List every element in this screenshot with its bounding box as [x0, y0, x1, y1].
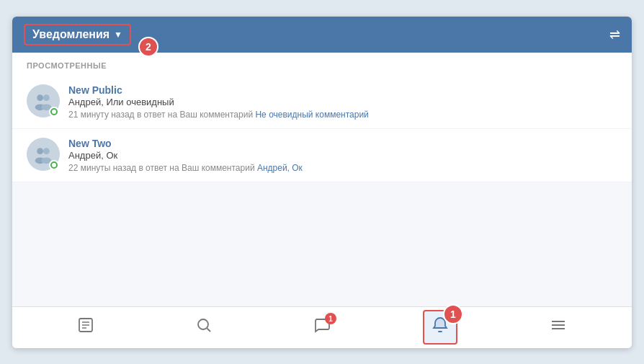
svg-point-5	[43, 148, 50, 154]
news-icon	[77, 316, 94, 338]
notifications-dropdown-button[interactable]: Уведомления ▼	[24, 24, 131, 45]
nav-item-messages[interactable]: 1	[305, 310, 339, 345]
header-title: Уведомления	[32, 28, 109, 41]
svg-point-12	[198, 319, 208, 329]
notification-meta-link[interactable]: Андрей, Ок	[257, 163, 303, 173]
notification-meta: 21 минуту назад в ответ на Ваш комментар…	[68, 110, 617, 120]
notification-meta: 22 минуты назад в ответ на Ваш комментар…	[68, 163, 617, 173]
nav-item-news[interactable]	[68, 310, 103, 345]
avatar-wrapper	[27, 138, 60, 171]
notification-item[interactable]: New Two Андрей, Ок 22 минуты назад в отв…	[12, 129, 632, 182]
search-icon	[195, 316, 213, 338]
notification-source-name[interactable]: New Two	[68, 138, 617, 149]
settings-icon[interactable]: ⇌	[609, 27, 620, 43]
notification-meta-prefix: 21 минуту назад в ответ на Ваш комментар…	[68, 110, 255, 120]
online-status-icon	[49, 107, 59, 117]
notification-subtext: Андрей, Или очевидный	[68, 97, 617, 107]
section-label: ПРОСМОТРЕННЫЕ	[12, 53, 632, 76]
notification-body: New Public Андрей, Или очевидный 21 мину…	[68, 84, 617, 120]
chevron-down-icon: ▼	[114, 30, 122, 40]
notification-subtext: Андрей, Ок	[68, 150, 617, 161]
svg-point-4	[37, 148, 43, 154]
notification-item[interactable]: New Public Андрей, Или очевидный 21 мину…	[12, 76, 632, 129]
nav-item-search[interactable]	[187, 310, 221, 345]
hamburger-menu-icon	[550, 316, 567, 338]
notification-body: New Two Андрей, Ок 22 минуты назад в отв…	[68, 138, 617, 173]
svg-line-13	[207, 329, 211, 332]
svg-point-0	[37, 94, 43, 101]
svg-point-1	[43, 94, 50, 101]
messages-badge: 1	[325, 313, 336, 324]
notification-meta-prefix: 22 минуты назад в ответ на Ваш комментар…	[68, 163, 257, 173]
header: Уведомления ▼ 2 ⇌	[12, 17, 632, 53]
content-area: ПРОСМОТРЕННЫЕ New Public	[12, 53, 632, 306]
notification-source-name[interactable]: New Public	[68, 84, 617, 96]
step-badge-2: 2	[138, 37, 158, 57]
avatar-wrapper	[27, 84, 60, 117]
notification-meta-link[interactable]: Не очевидный комментарий	[255, 110, 368, 120]
bottom-navigation: 1 1	[12, 306, 632, 348]
step-badge-1: 1	[443, 304, 463, 324]
empty-space	[12, 182, 632, 240]
online-status-icon	[49, 160, 59, 170]
nav-item-menu[interactable]	[541, 310, 576, 345]
nav-item-notifications[interactable]: 1	[423, 310, 457, 345]
